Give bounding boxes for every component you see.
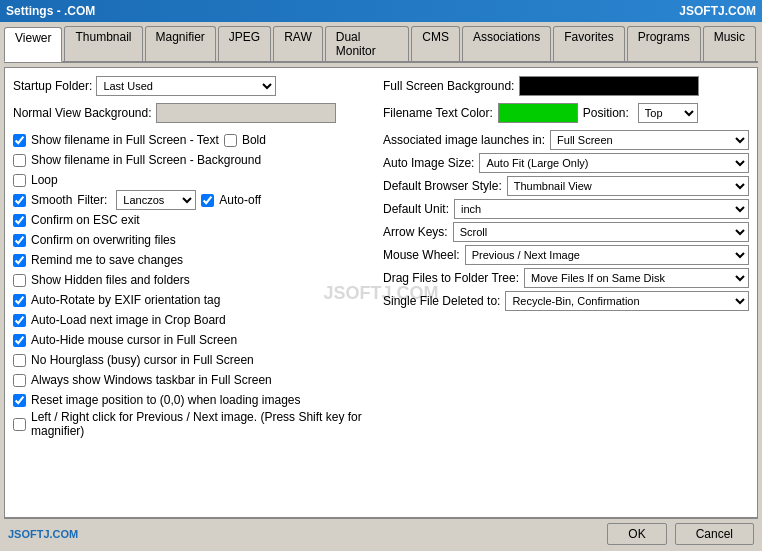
position-select[interactable]: Top [638,103,698,123]
checkbox-cb3[interactable] [13,174,26,187]
tab-jpeg[interactable]: JPEG [218,26,271,61]
checkbox-label-cb9: Auto-Rotate by EXIF orientation tag [31,293,220,307]
right-field-select-0[interactable]: Full Screen [550,130,749,150]
checkbox-cb8[interactable] [13,274,26,287]
tab-music[interactable]: Music [703,26,756,61]
filename-text-color-box[interactable] [498,103,578,123]
right-field-row-7: Single File Deleted to:Recycle-Bin, Conf… [383,291,749,311]
title-bar-text: Settings - .COM [6,4,95,18]
right-field-select-3[interactable]: inch [454,199,749,219]
checkbox-label-cb3: Loop [31,173,58,187]
right-field-label-7: Single File Deleted to: [383,294,500,308]
tab-raw[interactable]: RAW [273,26,323,61]
checkbox-cb4[interactable] [13,194,26,207]
tab-viewer[interactable]: Viewer [4,27,62,62]
right-field-label-1: Auto Image Size: [383,156,474,170]
checkbox-cb9[interactable] [13,294,26,307]
tab-programs[interactable]: Programs [627,26,701,61]
right-field-select-6[interactable]: Move Files If on Same Disk [524,268,749,288]
checkbox-label-cb15: Left / Right click for Previous / Next i… [31,410,373,438]
auto-off-label: Auto-off [219,193,261,207]
normal-bg-label: Normal View Background: [13,106,152,120]
right-field-select-5[interactable]: Previous / Next Image [465,245,749,265]
filter-select[interactable]: Lanczos [116,190,196,210]
tab-favorites[interactable]: Favorites [553,26,624,61]
bold-checkbox[interactable] [224,134,237,147]
checkbox-label-cb2: Show filename in Full Screen - Backgroun… [31,153,261,167]
startup-folder-select[interactable]: Last Used [96,76,276,96]
checkbox-label-cb14: Reset image position to (0,0) when loadi… [31,393,300,407]
checkbox-cb7[interactable] [13,254,26,267]
checkbox-label-cb5: Confirm on ESC exit [31,213,140,227]
right-col: Full Screen Background: Filename Text Co… [383,76,749,509]
checkbox-row-1: Show filename in Full Screen - Backgroun… [13,150,373,170]
checkbox-label-cb13: Always show Windows taskbar in Full Scre… [31,373,272,387]
right-field-label-0: Associated image launches in: [383,133,545,147]
checkbox-row-11: No Hourglass (busy) cursor in Full Scree… [13,350,373,370]
checkbox-row-9: Auto-Load next image in Crop Board [13,310,373,330]
tab-thumbnail[interactable]: Thumbnail [64,26,142,61]
main-container: ViewerThumbnailMagnifierJPEGRAWDual Moni… [0,22,762,551]
right-fields-container: Associated image launches in:Full Screen… [383,130,749,314]
right-field-select-1[interactable]: Auto Fit (Large Only) [479,153,749,173]
auto-off-checkbox[interactable] [201,194,214,207]
checkbox-cb15[interactable] [13,418,26,431]
right-field-row-5: Mouse Wheel:Previous / Next Image [383,245,749,265]
checkbox-label-cb4: Smooth [31,193,72,207]
full-screen-bg-color[interactable] [519,76,699,96]
checkbox-label-cb10: Auto-Load next image in Crop Board [31,313,226,327]
right-field-label-3: Default Unit: [383,202,449,216]
checkbox-cb14[interactable] [13,394,26,407]
checkbox-row-2: Loop [13,170,373,190]
position-label: Position: [583,106,629,120]
normal-bg-row: Normal View Background: [13,103,373,123]
checkbox-cb5[interactable] [13,214,26,227]
title-bar: Settings - .COM JSOFTJ.COM [0,0,762,22]
content-area: Startup Folder: Last Used Normal View Ba… [4,67,758,518]
checkbox-label-cb6: Confirm on overwriting files [31,233,176,247]
checkbox-row-14: Left / Right click for Previous / Next i… [13,410,373,438]
right-field-row-4: Arrow Keys:Scroll [383,222,749,242]
right-field-label-5: Mouse Wheel: [383,248,460,262]
checkbox-row-12: Always show Windows taskbar in Full Scre… [13,370,373,390]
checkbox-cb6[interactable] [13,234,26,247]
tab-dual-monitor[interactable]: Dual Monitor [325,26,409,61]
ok-button[interactable]: OK [607,523,666,545]
checkbox-label-cb11: Auto-Hide mouse cursor in Full Screen [31,333,237,347]
tab-magnifier[interactable]: Magnifier [145,26,216,61]
tab-associations[interactable]: Associations [462,26,551,61]
checkbox-label-cb1: Show filename in Full Screen - Text [31,133,219,147]
checkbox-row-4: Confirm on ESC exit [13,210,373,230]
checkbox-cb10[interactable] [13,314,26,327]
content-wrapper: Startup Folder: Last Used Normal View Ba… [4,67,758,518]
checkbox-cb2[interactable] [13,154,26,167]
right-field-select-7[interactable]: Recycle-Bin, Confirmation [505,291,749,311]
checkboxes-container: Show filename in Full Screen - TextBoldS… [13,130,373,438]
checkbox-row-13: Reset image position to (0,0) when loadi… [13,390,373,410]
tab-cms[interactable]: CMS [411,26,460,61]
tabs-row: ViewerThumbnailMagnifierJPEGRAWDual Moni… [4,26,758,63]
bold-label: Bold [242,133,266,147]
right-field-row-2: Default Browser Style:Thumbnail View [383,176,749,196]
checkbox-cb1[interactable] [13,134,26,147]
right-field-select-2[interactable]: Thumbnail View [507,176,749,196]
checkbox-row-8: Auto-Rotate by EXIF orientation tag [13,290,373,310]
checkbox-cb13[interactable] [13,374,26,387]
startup-folder-row: Startup Folder: Last Used [13,76,373,96]
title-bar-right: JSOFTJ.COM [679,4,756,18]
checkbox-row-5: Confirm on overwriting files [13,230,373,250]
checkbox-label-cb12: No Hourglass (busy) cursor in Full Scree… [31,353,254,367]
checkbox-label-cb7: Remind me to save changes [31,253,183,267]
bottom-bar: JSOFTJ.COM OK Cancel [4,518,758,547]
left-col: Startup Folder: Last Used Normal View Ba… [13,76,373,509]
checkbox-cb12[interactable] [13,354,26,367]
right-field-row-0: Associated image launches in:Full Screen [383,130,749,150]
cancel-button[interactable]: Cancel [675,523,754,545]
checkbox-cb11[interactable] [13,334,26,347]
checkbox-row-0: Show filename in Full Screen - TextBold [13,130,373,150]
filename-text-color-row: Filename Text Color: Position: Top [383,103,749,123]
normal-bg-input[interactable] [156,103,336,123]
two-col: Startup Folder: Last Used Normal View Ba… [13,76,749,509]
startup-folder-label: Startup Folder: [13,79,92,93]
right-field-select-4[interactable]: Scroll [453,222,749,242]
